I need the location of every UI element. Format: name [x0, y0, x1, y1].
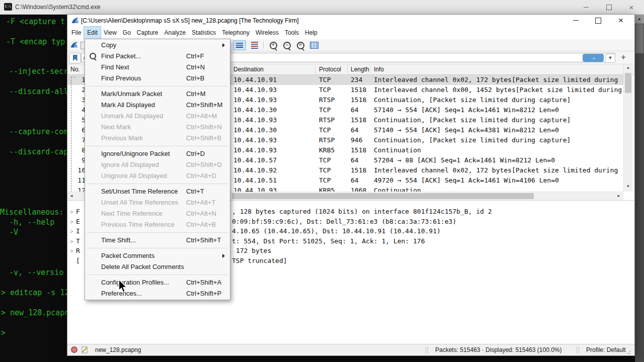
zoom-in-button[interactable]: + — [267, 40, 279, 50]
terminal-line: -V — [0, 228, 18, 237]
auto-scroll-button[interactable] — [233, 40, 246, 50]
cmd-icon: C:\ — [4, 3, 12, 11]
vscroll-thumb[interactable] — [625, 73, 631, 93]
bookmark-icon — [73, 55, 77, 61]
expand-chevron-icon[interactable]: > — [70, 246, 73, 256]
menu-item-set-unset-time-reference[interactable]: Set/Unset Time ReferenceCtrl+T — [86, 186, 229, 197]
zoom-original-button[interactable]: = — [294, 40, 306, 50]
wireshark-maximize-button[interactable] — [589, 15, 607, 26]
hscroll-thumb[interactable] — [232, 193, 534, 199]
filter-bookmark-button[interactable] — [69, 53, 81, 63]
menu-item-find-previous[interactable]: Find PreviousCtrl+B — [86, 73, 229, 84]
menu-item-unset-all-time-references[interactable]: Unset All Time ReferencesCtrl+Alt+T — [86, 197, 229, 208]
shortcut-label: Ctrl+Shift+B — [186, 133, 221, 144]
menubar-item-go[interactable]: Go — [120, 27, 134, 39]
menubar-item-edit[interactable]: Edit — [84, 27, 101, 39]
terminal-line: > — [1, 328, 6, 337]
menu-item-ignore-unignore-packet[interactable]: Ignore/Unignore PacketCtrl+D — [86, 148, 229, 159]
menubar-item-statistics[interactable]: Statistics — [189, 27, 219, 39]
menu-item-packet-comments[interactable]: Packet Comments — [86, 250, 229, 261]
scroll-down-icon[interactable]: ▼ — [624, 184, 632, 189]
menu-item-previous-time-reference[interactable]: Previous Time ReferenceCtrl+Alt+B — [86, 219, 229, 230]
expand-chevron-icon[interactable]: > — [70, 236, 73, 246]
cmd-maximize-button[interactable] — [600, 1, 617, 14]
conversation-bracket — [71, 77, 75, 192]
menu-item-find-packet[interactable]: Find Packet...Ctrl+F — [86, 51, 229, 62]
shortcut-label: Ctrl+Alt+N — [186, 208, 216, 219]
colorize-button[interactable] — [249, 40, 261, 50]
statusbar-packet-counts: Packets: 515463 · Displayed: 515463 (100… — [435, 344, 562, 355]
add-filter-button[interactable]: + — [617, 52, 629, 63]
apply-filter-button[interactable]: → — [583, 54, 604, 62]
menubar-item-view[interactable]: View — [101, 27, 120, 39]
wireshark-menubar: FileEditViewGoCaptureAnalyzeStatisticsTe… — [67, 27, 634, 39]
expert-info-icon[interactable] — [71, 346, 77, 353]
expand-chevron-icon[interactable]: > — [70, 207, 73, 217]
statusbar-profile[interactable]: Profile: Default — [586, 344, 626, 355]
terminal-line: -v, --versio — [0, 268, 63, 277]
shortcut-label: Ctrl+M — [186, 88, 206, 100]
menu-item-delete-all-packet-comments[interactable]: Delete All Packet Comments — [86, 261, 229, 273]
terminal-line: Miscellaneous: — [0, 208, 63, 217]
statusbar-filename[interactable]: new_128.pcapng — [95, 344, 141, 355]
menubar-item-analyze[interactable]: Analyze — [162, 27, 189, 39]
wireshark-minimize-button[interactable] — [567, 15, 585, 26]
menu-separator — [87, 146, 228, 146]
column-header-length[interactable]: Length — [351, 64, 369, 75]
wireshark-close-button[interactable]: × — [612, 15, 630, 26]
menu-item-time-shift[interactable]: Time Shift...Ctrl+Shift+T — [86, 235, 229, 246]
resize-grip[interactable] — [627, 350, 631, 354]
shortcut-label: Ctrl+Shift+A — [186, 277, 221, 288]
menu-item-preferences[interactable]: Preferences...Ctrl+Shift+P — [86, 288, 229, 299]
status-bar: new_128.pcapng Packets: 515463 · Display… — [67, 344, 634, 355]
menu-item-unignore-all-displayed[interactable]: Unignore All DisplayedCtrl+Alt+D — [86, 170, 229, 182]
cmd-close-button[interactable]: × — [623, 1, 640, 14]
menu-item-next-time-reference[interactable]: Next Time ReferenceCtrl+Alt+N — [86, 208, 229, 219]
menu-item-find-next[interactable]: Find NextCtrl+N — [86, 62, 229, 73]
menubar-item-wireless[interactable]: Wireless — [253, 27, 282, 39]
menubar-item-tools[interactable]: Tools — [282, 27, 302, 39]
shortcut-label: Ctrl+Alt+B — [186, 219, 216, 230]
column-header-info[interactable]: Info — [374, 64, 384, 75]
menu-item-previous-mark[interactable]: Previous MarkCtrl+Shift+B — [86, 133, 229, 144]
menu-item-ignore-all-displayed[interactable]: Ignore All DisplayedCtrl+Shift+D — [86, 159, 229, 170]
menu-item-configuration-profiles[interactable]: Configuration Profiles...Ctrl+Shift+A — [86, 277, 229, 288]
shortcut-label: Ctrl+Alt+T — [186, 197, 216, 208]
scroll-up-icon[interactable]: ▲ — [624, 65, 632, 70]
menu-item-copy[interactable]: Copy — [86, 40, 229, 51]
menu-item-next-mark[interactable]: Next MarkCtrl+Shift+N — [86, 122, 229, 133]
packet-list-vscrollbar[interactable]: ▲ ▼ — [623, 64, 632, 192]
cmd-titlebar[interactable]: C:\ C:\Windows\System32\cmd.exe × — [0, 0, 644, 15]
menubar-item-file[interactable]: File — [68, 27, 84, 39]
cmd-scroll-thumb[interactable] — [635, 24, 643, 53]
filter-dropdown-button[interactable]: ▼ — [605, 54, 615, 63]
cmd-scroll-up-icon[interactable]: ▲ — [635, 15, 644, 24]
mouse-cursor — [118, 280, 128, 293]
capture-fin-icon[interactable] — [70, 41, 78, 49]
menu-item-unmark-all-displayed[interactable]: Unmark All DisplayedCtrl+Alt+M — [86, 111, 229, 122]
menu-item-mark-all-displayed[interactable]: Mark All DisplayedCtrl+Shift+M — [86, 100, 229, 111]
wireshark-titlebar[interactable]: [C:\Users\Alien\Desktop\nmap sS sX sS] n… — [67, 15, 634, 27]
maximize-icon — [595, 18, 601, 24]
expand-chevron-icon[interactable]: > — [70, 217, 73, 227]
menubar-item-capture[interactable]: Capture — [134, 27, 162, 39]
edit-menu-popup: CopyFind Packet...Ctrl+FFind NextCtrl+NF… — [85, 39, 230, 300]
terminal-line: --inject-secr — [9, 67, 68, 76]
cmd-minimize-button[interactable] — [578, 1, 595, 14]
menubar-item-help[interactable]: Help — [302, 27, 320, 39]
scroll-right-icon[interactable]: ► — [615, 192, 623, 200]
column-header-protocol[interactable]: Protocol — [319, 64, 341, 75]
resize-columns-button[interactable] — [308, 40, 320, 50]
expand-chevron-icon[interactable]: > — [70, 226, 73, 236]
zoom-out-button[interactable]: − — [281, 40, 293, 50]
menu-item-mark-unmark-packet[interactable]: Mark/Unmark PacketCtrl+M — [86, 88, 229, 100]
column-header-destination[interactable]: Destination — [233, 64, 264, 75]
menubar-item-telephony[interactable]: Telephony — [219, 27, 253, 39]
capture-comment-icon[interactable] — [81, 346, 89, 354]
shortcut-label: Ctrl+Shift+T — [186, 235, 221, 246]
scroll-left-icon[interactable]: ◄ — [67, 192, 75, 200]
column-header-no[interactable]: No. — [70, 64, 80, 75]
colorize-icon — [251, 42, 258, 49]
shortcut-label: Ctrl+D — [186, 148, 205, 159]
cmd-scrollbar[interactable]: ▲ — [635, 15, 644, 362]
